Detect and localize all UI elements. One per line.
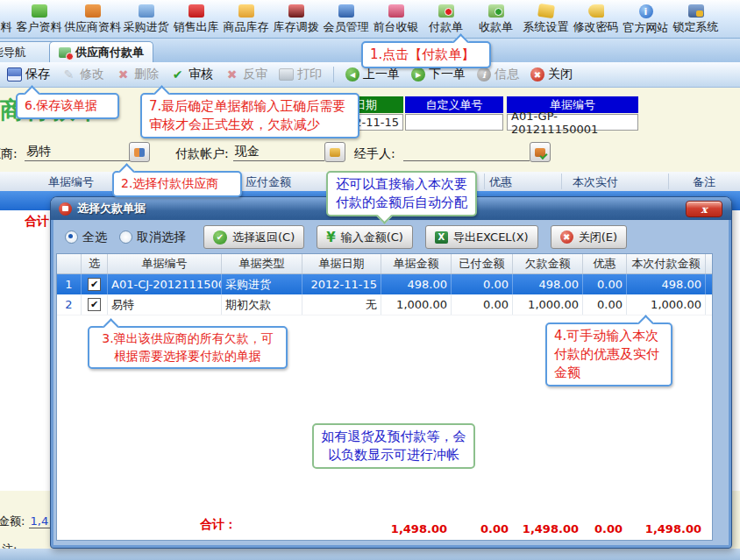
cell-pay-amount: 498.00: [627, 274, 706, 294]
button-label: 输入金额(C): [341, 230, 403, 245]
select-supplier-button[interactable]: [129, 142, 150, 162]
browser-icon: i: [639, 4, 653, 18]
toolbar-item-label: 锁定系统: [673, 19, 719, 35]
save-button[interactable]: 保存: [7, 67, 50, 82]
annotation-step3: 3.弹出该供应商的所有欠款，可根据需要选择要付款的单据: [88, 326, 288, 369]
toolbar-item-label: 料: [1, 19, 12, 35]
settings-icon: [537, 4, 555, 18]
toolbar-item-inventory[interactable]: 商品库存: [221, 4, 271, 35]
col-rownum: [57, 254, 82, 273]
toolbar-item-label: 修改密码: [573, 19, 619, 35]
select-all-radio[interactable]: 全选: [65, 230, 107, 245]
total-doc-amount: 1,498.00: [381, 522, 451, 535]
app-window: 料 客户资料 供应商资料 采购进货 销售出库 商品库存 库存调拨 会员管理 前台…: [0, 0, 740, 560]
payment-note-icon: [438, 4, 454, 18]
doc-no-value[interactable]: A01-GP-201211150001: [507, 114, 638, 131]
close-x-icon: ✖: [530, 67, 544, 82]
handler-field[interactable]: [403, 144, 530, 161]
button-label: 删除: [134, 67, 159, 82]
input-amount-button[interactable]: ¥输入金额(C): [317, 225, 413, 249]
toolbar-item-partial[interactable]: 料: [0, 4, 14, 35]
total-owed: 1,498.00: [512, 522, 582, 535]
toolbar-item-cashier[interactable]: 前台收银: [371, 4, 421, 35]
people-icon: [134, 148, 145, 157]
toolbar-item-suppliers[interactable]: 供应商资料: [64, 4, 121, 35]
row-checkbox-cell: ✔: [82, 294, 108, 315]
toolbar-item-website[interactable]: i官方网站: [621, 4, 671, 36]
button-label: 审核: [189, 67, 213, 82]
toolbar-item-customers[interactable]: 客户资料: [14, 4, 64, 35]
prev-doc-button[interactable]: ◀上一单: [345, 67, 400, 82]
dialog-table-header: 选 单据编号 单据类型 单据日期 单据金额 已付金额 欠款金额 优惠 本次付款金…: [57, 254, 712, 274]
sales-basket-icon: [189, 4, 204, 18]
dialog-table: 选 单据编号 单据类型 单据日期 单据金额 已付金额 欠款金额 优惠 本次付款金…: [56, 253, 713, 541]
annotation-step7: 7.最后确定单据都输入正确后需要审核才会正式生效，欠款减少: [140, 93, 359, 138]
toolbar-item-members[interactable]: 会员管理: [321, 4, 371, 35]
annotation-step2: 2.选择付款供应商: [112, 171, 242, 197]
toolbar-item-sales[interactable]: 销售出库: [171, 4, 221, 35]
toolbar-item-transfer[interactable]: 库存调拨: [271, 4, 321, 35]
col-check: 选: [82, 254, 108, 273]
toolbar-item-receipt[interactable]: 收款单: [471, 4, 521, 35]
pencil-icon: ✎: [61, 67, 76, 82]
button-label: 打印: [297, 67, 322, 82]
key-icon: [588, 4, 604, 18]
col-doc-date: 单据日期: [302, 254, 381, 273]
annotation-text: 2.选择付款供应商: [121, 176, 218, 190]
annotation-tip-negative: 如有退货及预付款等，会以负数显示可进行冲帐: [312, 423, 475, 469]
lock-icon: [688, 4, 704, 18]
audit-check-icon: ✔: [170, 67, 185, 82]
row-checkbox[interactable]: ✔: [88, 298, 101, 311]
cell-doc-date: 2012-11-15: [302, 274, 381, 294]
account-field[interactable]: 现金: [233, 144, 324, 161]
button-label: 保存: [25, 67, 50, 82]
dialog-close-button[interactable]: x: [686, 201, 722, 217]
col-doc-no: 单据编号: [48, 174, 94, 190]
dialog-totals-row: 1,498.00 0.00 1,498.00 0.00 1,498.00: [56, 522, 705, 535]
deselect-radio[interactable]: 取消选择: [119, 230, 186, 245]
select-handler-button[interactable]: [530, 142, 551, 162]
column-separator: [561, 174, 562, 189]
custom-no-input[interactable]: [405, 114, 503, 131]
toolbar-item-lock[interactable]: 锁定系统: [671, 4, 721, 35]
toolbar-item-settings[interactable]: 系统设置: [521, 4, 571, 35]
button-label: 反审: [243, 67, 267, 82]
delete-x-icon: ✖: [116, 67, 131, 82]
dialog-close-action-button[interactable]: ✖关闭(E): [551, 225, 627, 249]
select-return-button[interactable]: ✔选择返回(C): [203, 225, 304, 249]
printer-icon: [279, 67, 294, 82]
print-button: 打印: [279, 67, 322, 82]
toolbar-item-label: 系统设置: [523, 19, 569, 35]
dialog-toolbar: 全选 取消选择 ✔选择返回(C) ¥输入金额(C) X导出EXCEL(X) ✖关…: [54, 221, 728, 253]
annotation-text: 3.弹出该供应商的所有欠款，可根据需要选择要付款的单据: [102, 331, 273, 363]
close-button[interactable]: ✖关闭: [530, 67, 573, 82]
close-x-icon: ✖: [560, 230, 573, 244]
delete-button: ✖删除: [116, 67, 159, 82]
main-total-label: 合计: [25, 214, 49, 230]
annotation-tip-amount: 还可以直接输入本次要付款的金额后自动分配: [326, 171, 477, 216]
col-doc-no: 单据编号: [108, 254, 222, 273]
table-row[interactable]: 2 ✔ 易特 期初欠款 无 1,000.00 0.00 1,000.00 0.0…: [57, 294, 712, 315]
toolbar-item-password[interactable]: 修改密码: [571, 4, 621, 35]
export-excel-button[interactable]: X导出EXCEL(X): [425, 225, 538, 249]
cell-discount: 0.00: [583, 274, 627, 294]
toolbar-item-label: 供应商资料: [64, 19, 121, 35]
row-checkbox[interactable]: ✔: [88, 278, 101, 291]
tab-supplier-payment[interactable]: 供应商付款单: [49, 41, 153, 62]
annotation-step1: 1.点击【付款单】: [361, 41, 491, 68]
audit-button[interactable]: ✔审核: [170, 67, 213, 82]
supplier-field[interactable]: 易特: [25, 144, 130, 161]
amount-value: 1,4: [29, 514, 51, 528]
button-label: 修改: [80, 67, 104, 82]
select-account-button[interactable]: [324, 142, 345, 162]
next-doc-button[interactable]: ▶下一单: [411, 67, 466, 82]
col-payable: 应付金额: [245, 174, 291, 190]
button-label: 关闭(E): [579, 230, 617, 245]
toolbar-item-payment[interactable]: 付款单: [421, 4, 471, 35]
tab-label: 供应商付款单: [75, 45, 144, 60]
table-row[interactable]: 1 ✔ A01-CJ-201211150001 采购进货 2012-11-15 …: [57, 274, 712, 294]
toolbar-item-purchase[interactable]: 采购进货: [121, 4, 171, 35]
custom-no-header: 自定义单号: [405, 96, 503, 113]
button-label: 上一单: [363, 67, 400, 82]
receipt-note-icon: [488, 4, 504, 18]
